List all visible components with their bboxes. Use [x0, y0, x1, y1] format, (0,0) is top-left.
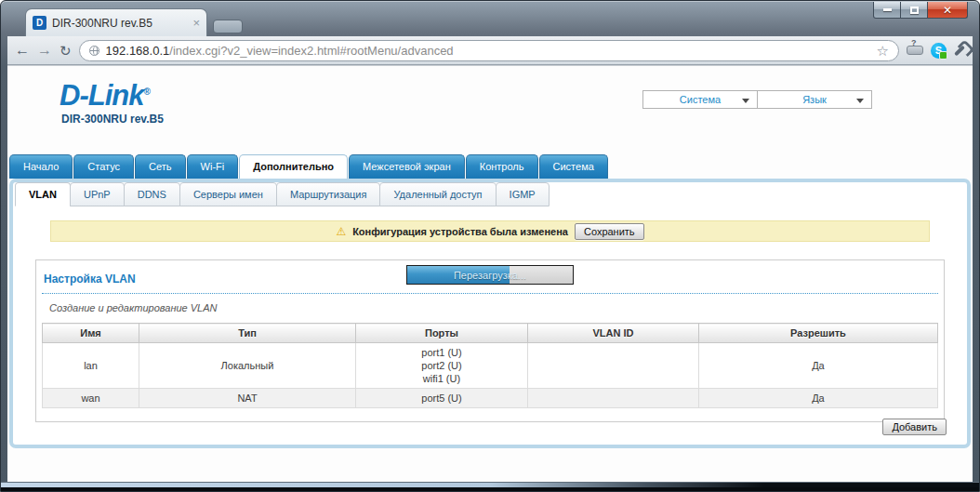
header-vlan-id: VLAN ID	[527, 324, 698, 343]
subtab-igmp[interactable]: IGMP	[496, 182, 550, 206]
config-changed-notice: ⚠ Конфигурация устройства была изменена …	[50, 220, 930, 242]
close-icon: ✕	[943, 5, 952, 16]
maximize-icon	[910, 7, 919, 14]
sub-nav-tabs: VLAN UPnP DDNS Серверы имен Маршрутизаци…	[15, 182, 967, 206]
main-nav-tabs: Начало Статус Сеть Wi-Fi Дополнительно М…	[9, 153, 973, 179]
tab-wifi[interactable]: Wi-Fi	[187, 154, 239, 179]
dlink-logo: D-Link®	[60, 81, 151, 110]
skype-icon[interactable]: S	[931, 43, 947, 59]
device-model: DIR-300NRU rev.B5	[61, 113, 164, 126]
wrench-settings-icon[interactable]	[954, 45, 965, 56]
site-header: D-Link® DIR-300NRU rev.B5 Система Язык	[7, 66, 973, 153]
table-header-row: Имя Тип Порты VLAN ID Разрешить	[43, 324, 938, 343]
cell-ports: port1 (U) port2 (U) wifi1 (U)	[356, 343, 528, 389]
header-type: Тип	[139, 324, 356, 343]
cell-type: Локальный	[139, 343, 356, 389]
subtab-name-servers[interactable]: Серверы имен	[179, 182, 277, 206]
new-tab-button[interactable]	[213, 20, 243, 33]
globe-icon	[89, 46, 99, 56]
port-entry: port2 (U)	[358, 359, 525, 372]
progress-label: Перезагрузка...	[407, 266, 573, 284]
notice-text: Конфигурация устройства была изменена	[352, 226, 568, 237]
port-entry: wifi1 (U)	[358, 372, 525, 385]
cell-ports: port5 (U)	[356, 389, 528, 408]
tab-system[interactable]: Система	[539, 154, 608, 179]
browser-toolbar: ← → ↻ 192.168.0.1/index.cgi?v2_view=inde…	[7, 36, 973, 65]
header-ports: Порты	[356, 324, 528, 343]
favicon-icon: D	[33, 16, 46, 30]
system-menu-dropdown[interactable]: Система	[642, 90, 758, 109]
url-text[interactable]: 192.168.0.1/index.cgi?v2_view=index2.htm…	[106, 44, 870, 58]
subtab-upnp[interactable]: UPnP	[70, 182, 125, 206]
subtab-remote-access[interactable]: Удаленный доступ	[379, 182, 496, 206]
browser-window: ✕ D DIR-300NRU rev.B5 × ← → ↻ 192.168.0.…	[0, 0, 980, 492]
reload-icon[interactable]: ↻	[60, 44, 72, 58]
cell-name: lan	[43, 343, 139, 389]
minimize-icon	[883, 8, 892, 11]
tab-close-icon[interactable]: ×	[192, 16, 200, 30]
chevron-down-icon	[856, 99, 864, 103]
page-title: Настройка VLAN	[44, 273, 136, 286]
port-entry: port1 (U)	[358, 346, 525, 359]
reboot-progress-bar: Перезагрузка...	[406, 265, 574, 285]
tab-status[interactable]: Статус	[73, 154, 134, 179]
cell-allow: Да	[698, 343, 937, 389]
table-row-lan[interactable]: lan Локальный port1 (U) port2 (U) wifi1 …	[43, 343, 938, 389]
save-button[interactable]: Сохранить	[575, 223, 644, 240]
tab-firewall[interactable]: Межсетевой экран	[349, 154, 465, 179]
browser-tab-title: DIR-300NRU rev.B5	[52, 17, 187, 30]
question-icon: ?	[911, 38, 917, 47]
header-allow: Разрешить	[698, 324, 937, 343]
tab-control[interactable]: Контроль	[466, 154, 538, 179]
vlan-table: Имя Тип Порты VLAN ID Разрешить lan Лока…	[42, 323, 938, 408]
language-menu-label: Язык	[802, 94, 827, 105]
url-path: /index.cgi?v2_view=index2.html#rootMenu/…	[169, 44, 453, 58]
language-menu-dropdown[interactable]: Язык	[757, 90, 872, 109]
tab-network[interactable]: Сеть	[135, 154, 185, 179]
cell-allow: Да	[698, 389, 937, 408]
cell-vlan-id	[527, 389, 698, 408]
cell-type: NAT	[139, 389, 356, 408]
tab-home[interactable]: Начало	[9, 154, 73, 179]
minimize-button[interactable]	[873, 2, 901, 19]
header-name: Имя	[43, 324, 139, 343]
close-button[interactable]: ✕	[927, 2, 968, 19]
registered-mark: ®	[143, 86, 150, 97]
forward-icon[interactable]: →	[37, 43, 52, 58]
bookmark-star-icon[interactable]: ☆	[877, 44, 889, 58]
system-menu-label: Система	[680, 94, 721, 105]
browser-tab-strip: D DIR-300NRU rev.B5 ×	[25, 8, 243, 36]
page-subtitle: Создание и редактирование VLAN	[49, 302, 938, 313]
header-menus: Система Язык	[642, 90, 872, 109]
window-bottom-frame	[1, 482, 979, 491]
cell-name: wan	[43, 389, 139, 408]
url-bar[interactable]: 192.168.0.1/index.cgi?v2_view=index2.htm…	[79, 40, 899, 61]
back-icon[interactable]: ←	[15, 43, 30, 58]
url-host: 192.168.0.1	[106, 44, 170, 58]
page: D-Link® DIR-300NRU rev.B5 Система Язык Н…	[7, 65, 973, 482]
vlan-settings-box: Перезагрузка... Настройка VLAN Создание …	[35, 259, 945, 422]
cell-vlan-id	[527, 343, 698, 389]
subtab-ddns[interactable]: DDNS	[124, 182, 180, 206]
maximize-button[interactable]	[901, 2, 927, 19]
subtab-routing[interactable]: Маршрутизация	[276, 182, 381, 206]
port-entry: port5 (U)	[358, 392, 525, 405]
content-panel: VLAN UPnP DDNS Серверы имен Маршрутизаци…	[9, 179, 971, 448]
warning-icon: ⚠	[336, 226, 346, 237]
chevron-down-icon	[742, 99, 749, 103]
browser-tab[interactable]: D DIR-300NRU rev.B5 ×	[25, 8, 207, 36]
table-row-wan[interactable]: wan NAT port5 (U) Да	[43, 389, 938, 408]
extension-icon[interactable]: ?	[907, 46, 923, 55]
add-button[interactable]: Добавить	[882, 419, 947, 435]
subtab-vlan[interactable]: VLAN	[15, 182, 71, 206]
window-controls: ✕	[873, 2, 968, 19]
tab-advanced[interactable]: Дополнительно	[239, 154, 348, 179]
